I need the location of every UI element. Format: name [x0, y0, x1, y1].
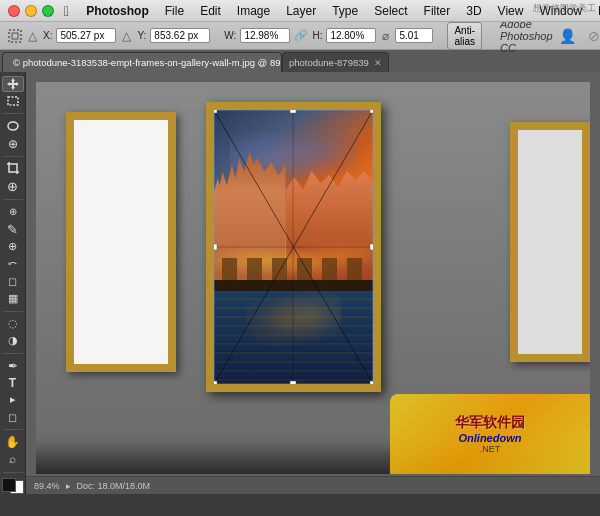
tool-healing[interactable]: ⊕	[2, 203, 24, 219]
tool-quick-select[interactable]: ⊕	[2, 135, 24, 151]
watermark-text: 想学修图学美工	[529, 0, 600, 17]
menu-image[interactable]: Image	[230, 2, 277, 20]
status-bar: 89.4% ▸ Doc: 18.0M/18.0M	[26, 476, 600, 494]
menu-3d[interactable]: 3D	[459, 2, 488, 20]
menu-type[interactable]: Type	[325, 2, 365, 20]
svg-point-3	[8, 122, 18, 130]
tool-lasso[interactable]	[2, 118, 24, 134]
x-label: X:	[43, 30, 52, 41]
tool-separator-6	[3, 429, 23, 430]
close-button[interactable]	[8, 5, 20, 17]
tab-second-document[interactable]: photodune-879839 ✕	[282, 52, 389, 72]
venice-water	[214, 280, 373, 384]
toolbox: ⊕ ⊕ ⊕ ✎ ⊕ ⤺ ◻ ▦ ◌ ◑ ✒ T ▸ ◻ ✋ ⌕	[0, 72, 26, 494]
maximize-button[interactable]	[42, 5, 54, 17]
frame-left	[66, 112, 176, 372]
tab-close-2[interactable]: ✕	[374, 58, 382, 68]
y-input[interactable]	[150, 28, 210, 43]
tool-separator-1	[3, 113, 23, 114]
tab-label-2: photodune-879839	[289, 57, 369, 68]
tool-separator-2	[3, 156, 23, 157]
w-input[interactable]	[240, 28, 290, 43]
ps-cc-label: Adobe Photoshop CC	[500, 18, 553, 54]
tool-type[interactable]: T	[2, 375, 24, 391]
w-label: W:	[224, 30, 236, 41]
tool-marquee[interactable]	[2, 93, 24, 109]
transform-tool-icon[interactable]	[6, 25, 24, 47]
svg-rect-0	[9, 30, 21, 42]
watermark-chinese: 华军软件园	[455, 414, 525, 432]
svg-rect-1	[12, 33, 18, 39]
watermark-url: .NET	[480, 444, 501, 454]
link-icon[interactable]: 🔗	[294, 29, 308, 42]
tool-separator-4	[3, 311, 23, 312]
minimize-button[interactable]	[25, 5, 37, 17]
tool-separator-7	[3, 472, 23, 473]
cancel-transform-icon[interactable]: ⊘	[583, 25, 600, 47]
tool-gradient[interactable]: ▦	[2, 290, 24, 306]
menu-edit[interactable]: Edit	[193, 2, 228, 20]
rotation-icon: ⌀	[382, 29, 389, 43]
menu-items: Photoshop File Edit Image Layer Type Sel…	[79, 2, 600, 20]
tool-shape[interactable]: ◻	[2, 409, 24, 425]
frame-left-inner	[74, 120, 168, 364]
color-swatches[interactable]	[2, 478, 24, 494]
doc-size: Doc: 18.0M/18.0M	[77, 481, 151, 491]
h-input[interactable]	[326, 28, 376, 43]
tool-eraser[interactable]: ◻	[2, 273, 24, 289]
tool-history[interactable]: ⤺	[2, 256, 24, 272]
watermark-overlay: 华军软件园 Onlinedown .NET	[390, 394, 590, 474]
x-input[interactable]	[56, 28, 116, 43]
rotation-input[interactable]	[395, 28, 433, 43]
venice-image	[214, 110, 373, 384]
options-bar: △ X: △ Y: W: 🔗 H: ⌀ Anti-alias Adobe Pho…	[0, 22, 600, 50]
menu-photoshop[interactable]: Photoshop	[79, 2, 156, 20]
tool-clone[interactable]: ⊕	[2, 239, 24, 255]
workspace: ⊕ ⊕ ⊕ ✎ ⊕ ⤺ ◻ ▦ ◌ ◑ ✒ T ▸ ◻ ✋ ⌕	[0, 72, 600, 494]
menu-view[interactable]: View	[491, 2, 531, 20]
tool-eyedropper[interactable]: ⊕	[2, 178, 24, 195]
tool-zoom[interactable]: ⌕	[2, 451, 24, 467]
apple-menu[interactable]: 	[64, 3, 69, 19]
menu-select[interactable]: Select	[367, 2, 414, 20]
tab-label-1: © photodune-3183538-empt-frames-on-galle…	[13, 57, 282, 68]
frame-center	[206, 102, 381, 392]
tool-path-select[interactable]: ▸	[2, 392, 24, 408]
angle-icon: △	[28, 29, 37, 43]
frame-right-inner	[518, 130, 582, 354]
tab-main-document[interactable]: © photodune-3183538-empt-frames-on-galle…	[2, 52, 282, 72]
frame-right	[510, 122, 590, 362]
h-label: H:	[312, 30, 322, 41]
canvas-area[interactable]: 华军软件园 Onlinedown .NET 89.4% ▸ Doc: 18.0M…	[26, 72, 600, 494]
water-glow	[246, 290, 341, 352]
watermark-site: Onlinedown	[459, 432, 522, 444]
y-icon: △	[122, 29, 131, 43]
menu-layer[interactable]: Layer	[279, 2, 323, 20]
doc-info-separator: ▸	[66, 481, 71, 491]
dock	[214, 280, 373, 291]
menu-file[interactable]: File	[158, 2, 191, 20]
boats	[222, 258, 365, 280]
y-label: Y:	[137, 30, 146, 41]
menu-bar:  Photoshop File Edit Image Layer Type S…	[0, 0, 600, 22]
tool-hand[interactable]: ✋	[2, 434, 24, 450]
window-controls	[8, 5, 54, 17]
person-icon[interactable]: 👤	[557, 25, 579, 47]
document-canvas: 华军软件园 Onlinedown .NET	[36, 82, 590, 474]
svg-rect-2	[8, 97, 18, 105]
tool-crop[interactable]	[2, 160, 24, 176]
tool-separator-3	[3, 199, 23, 200]
tool-blur[interactable]: ◌	[2, 315, 24, 331]
tool-dodge[interactable]: ◑	[2, 332, 24, 348]
tool-brush[interactable]: ✎	[2, 221, 24, 238]
menu-filter[interactable]: Filter	[417, 2, 458, 20]
anti-alias-button[interactable]: Anti-alias	[447, 22, 482, 50]
tool-separator-5	[3, 353, 23, 354]
tool-move[interactable]	[2, 76, 24, 92]
zoom-level: 89.4%	[34, 481, 60, 491]
tool-pen[interactable]: ✒	[2, 357, 24, 373]
